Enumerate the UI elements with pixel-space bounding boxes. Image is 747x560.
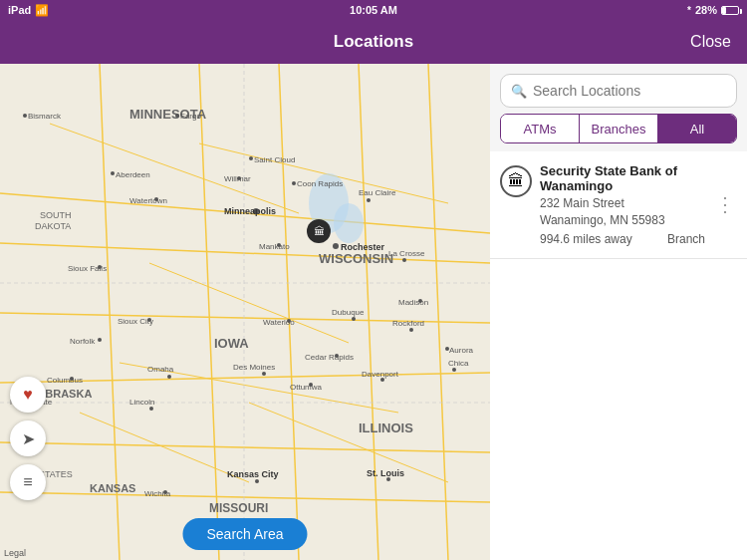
svg-text:Ottumwa: Ottumwa (290, 383, 323, 392)
wifi-icon: 📶 (35, 4, 49, 17)
svg-text:Madison: Madison (398, 298, 428, 307)
svg-text:Wichita: Wichita (144, 489, 171, 498)
legal-label[interactable]: Legal (4, 548, 26, 558)
bluetooth-icon: * (687, 5, 691, 16)
svg-text:Cedar Rapids: Cedar Rapids (305, 353, 354, 362)
location-icon: ➤ (22, 429, 35, 448)
map-controls: ♥ ➤ ≡ (10, 377, 46, 500)
status-right: * 28% (687, 4, 739, 16)
svg-point-88 (149, 407, 153, 411)
location-address1: 232 Main Street (540, 195, 705, 212)
svg-text:KANSAS: KANSAS (90, 482, 135, 494)
list-icon: ≡ (23, 473, 32, 491)
location-distance: 994.6 miles away (540, 232, 632, 246)
map-svg: MINNESOTA SOUTH DAKOTA WISCONSIN IOWA NE… (0, 64, 490, 560)
svg-text:Omaha: Omaha (147, 365, 174, 374)
svg-text:Sioux City: Sioux City (118, 317, 153, 326)
battery-label: 28% (695, 4, 717, 16)
svg-text:Sioux Falls: Sioux Falls (68, 264, 107, 273)
svg-text:Fargo: Fargo (180, 112, 201, 121)
list-button[interactable]: ≡ (10, 464, 46, 500)
location-type: Branch (667, 232, 705, 246)
svg-text:Norfolk: Norfolk (70, 337, 96, 346)
svg-text:Dubuque: Dubuque (332, 308, 365, 317)
svg-text:IOWA: IOWA (214, 336, 249, 351)
heart-icon: ♥ (23, 386, 33, 404)
svg-text:Mankato: Mankato (259, 242, 290, 251)
svg-text:Watertown: Watertown (129, 196, 167, 205)
tab-branches[interactable]: Branches (580, 115, 658, 142)
location-meta: 994.6 miles away Branch (540, 232, 705, 246)
search-box[interactable]: 🔍 (500, 74, 737, 108)
battery-fill (722, 7, 726, 14)
device-label: iPad (8, 4, 31, 16)
battery-indicator (721, 6, 739, 15)
map-area: MINNESOTA SOUTH DAKOTA WISCONSIN IOWA NE… (0, 64, 490, 560)
svg-text:Waterloo: Waterloo (263, 318, 295, 327)
svg-point-50 (367, 198, 371, 202)
svg-text:La Crosse: La Crosse (388, 249, 425, 258)
location-address2: Wanamingo, MN 55983 (540, 212, 705, 229)
svg-point-68 (409, 328, 413, 332)
location-list: 🏛 Security State Bank of Wanamingo 232 M… (490, 151, 747, 560)
svg-text:Aurora: Aurora (449, 346, 474, 355)
svg-text:Chica: Chica (448, 359, 469, 368)
svg-text:Saint Cloud: Saint Cloud (254, 155, 295, 164)
more-button[interactable]: ⋮ (713, 192, 737, 216)
location-name: Security State Bank of Wanamingo (540, 163, 705, 193)
page-title: Locations (334, 32, 413, 52)
tab-atms[interactable]: ATMs (501, 115, 580, 142)
svg-rect-1 (0, 64, 490, 560)
status-time: 10:05 AM (350, 4, 397, 16)
svg-point-36 (175, 114, 179, 118)
list-item[interactable]: 🏛 Security State Bank of Wanamingo 232 M… (490, 151, 747, 259)
search-icon: 🔍 (511, 84, 527, 99)
svg-point-23 (334, 203, 364, 243)
svg-text:WISCONSIN: WISCONSIN (319, 251, 393, 266)
svg-point-86 (452, 368, 456, 372)
search-input[interactable] (533, 83, 726, 99)
svg-point-56 (402, 258, 406, 262)
svg-text:Minneapolis: Minneapolis (224, 206, 276, 216)
search-box-wrap: 🔍 (490, 64, 747, 114)
status-left: iPad 📶 (8, 4, 49, 17)
map-marker: 🏛 (307, 219, 331, 243)
status-bar: iPad 📶 10:05 AM * 28% (0, 0, 747, 20)
main-area: MINNESOTA SOUTH DAKOTA WISCONSIN IOWA NE… (0, 64, 747, 560)
svg-point-92 (255, 479, 259, 483)
svg-point-78 (167, 375, 171, 379)
location-info: Security State Bank of Wanamingo 232 Mai… (540, 163, 705, 246)
svg-text:MISSOURI: MISSOURI (209, 501, 268, 515)
filter-tabs: ATMs Branches All (500, 114, 737, 143)
svg-point-34 (23, 114, 27, 118)
svg-text:SOUTH: SOUTH (40, 210, 72, 220)
svg-text:Rockford: Rockford (392, 319, 424, 328)
svg-text:Aberdeen: Aberdeen (116, 170, 150, 179)
favorite-button[interactable]: ♥ (10, 377, 46, 413)
svg-text:Columbus: Columbus (47, 376, 83, 385)
svg-text:DAKOTA: DAKOTA (35, 221, 71, 231)
svg-text:Coon Rapids: Coon Rapids (297, 179, 343, 188)
svg-text:St. Louis: St. Louis (367, 468, 404, 478)
svg-point-70 (98, 338, 102, 342)
search-area-button[interactable]: Search Area (182, 518, 307, 550)
svg-point-40 (249, 156, 253, 160)
svg-text:Lincoln: Lincoln (129, 398, 154, 407)
svg-point-80 (262, 372, 266, 376)
close-button[interactable]: Close (690, 33, 731, 51)
location-type-icon: 🏛 (500, 165, 532, 197)
svg-text:Des Moines: Des Moines (233, 363, 275, 372)
svg-point-42 (292, 181, 296, 185)
svg-text:Davenport: Davenport (362, 370, 399, 379)
svg-text:Willmar: Willmar (224, 174, 251, 183)
svg-text:ILLINOIS: ILLINOIS (359, 420, 413, 435)
right-panel: 🔍 ATMs Branches All 🏛 Security State Ban… (490, 64, 747, 560)
svg-point-66 (352, 317, 356, 321)
svg-text:Kansas City: Kansas City (227, 469, 279, 479)
tab-all[interactable]: All (658, 115, 736, 142)
svg-point-38 (111, 171, 115, 175)
svg-point-54 (333, 243, 339, 249)
svg-text:Rochester: Rochester (341, 242, 385, 252)
svg-text:🏛: 🏛 (314, 225, 325, 237)
location-button[interactable]: ➤ (10, 420, 46, 456)
